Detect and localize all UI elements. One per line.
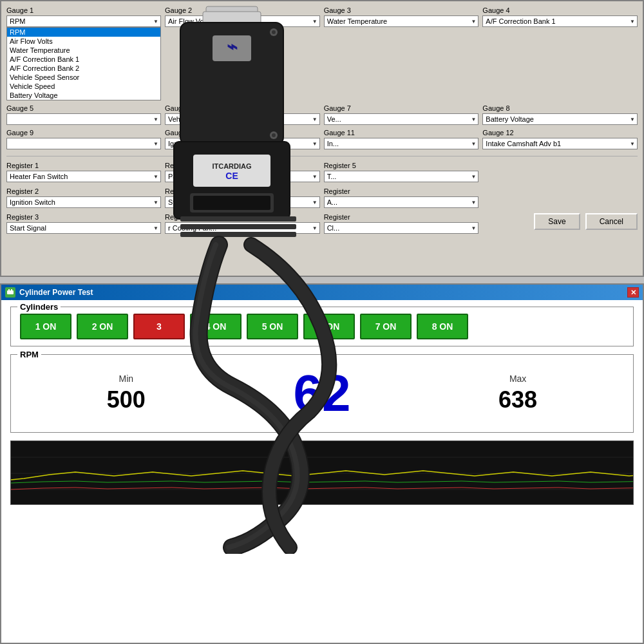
gauge5-select[interactable]: [6, 113, 161, 125]
gauge3-select[interactable]: Water Temperature: [324, 15, 479, 27]
cylinder-2-button[interactable]: 2 ON: [77, 314, 128, 339]
svg-rect-2: [11, 289, 12, 291]
dropdown-item-rpm[interactable]: RPM: [7, 28, 160, 37]
cylinder-5-button[interactable]: 5 ON: [247, 314, 298, 339]
gauge1-input[interactable]: [6, 15, 161, 27]
gauge11-select[interactable]: In...: [324, 138, 479, 149]
gauge4-select[interactable]: A/F Correction Bank 1: [482, 15, 638, 27]
register5-select-wrapper[interactable]: T...: [324, 171, 479, 182]
register4-group: Register 4 Park/Neutral Switch: [165, 162, 320, 182]
gauge12-select-wrapper[interactable]: Intake Camshaft Adv b1: [482, 138, 638, 149]
dropdown-item-batt[interactable]: Battery Voltage: [7, 91, 160, 100]
gauge7-select[interactable]: Ve...: [324, 113, 479, 125]
gauge10-label: Gauge 10: [165, 129, 320, 137]
cylinder-8-button[interactable]: 8 ON: [417, 314, 468, 339]
gauge8-select-wrapper[interactable]: Battery Voltage: [482, 113, 638, 125]
rpm-chart: [10, 440, 634, 505]
gauge9-group: Gauge 9: [6, 129, 161, 149]
gauge11-group: Gauge 11 In...: [324, 129, 479, 149]
gauge1-select-wrapper[interactable]: [6, 15, 161, 27]
gauge7-label: Gauge 7: [324, 104, 479, 112]
cylinder-buttons-row: 1 ON 2 ON 3 4 ON 5 ON 6 ON 7 ON 8 ON: [20, 314, 624, 339]
gauge10-select[interactable]: Ignition Timing: [165, 138, 320, 149]
register-cl-select-wrapper[interactable]: Cl...: [324, 222, 479, 234]
gauge6-group: Gauge 6 Vehicle Speed Sensor: [165, 104, 320, 125]
gauge10-select-wrapper[interactable]: Ignition Timing: [165, 138, 320, 149]
register-cl-select[interactable]: Cl...: [324, 222, 479, 234]
rpm-box: RPM Min 500 62 Max 638: [10, 354, 634, 433]
register6-group: Register 6 r Cooling Fan...: [165, 213, 320, 234]
gauge9-select-wrapper[interactable]: [6, 138, 161, 149]
gauge12-select[interactable]: Intake Camshaft Adv b1: [482, 138, 638, 149]
cylinder-3-button[interactable]: 3: [133, 314, 185, 339]
gauge-config-dialog: Gauge 1 RPM Air Flow Volts Water Tempera…: [0, 0, 644, 277]
rpm-max-stat: Max 638: [498, 374, 537, 413]
rpm-content: Min 500 62 Max 638: [20, 361, 624, 426]
dropdown-item-af1[interactable]: A/F Correction Bank 1: [7, 55, 160, 64]
rpm-min-value: 500: [107, 386, 146, 413]
gauge1-dropdown[interactable]: RPM Air Flow Volts Water Temperature A/F…: [6, 27, 161, 100]
dropdown-item-vs[interactable]: Vehicle Speed: [7, 82, 160, 91]
gauge5-select-wrapper[interactable]: [6, 113, 161, 125]
gauge1-label: Gauge 1: [6, 6, 161, 14]
register-steer-select[interactable]: Steerin...: [165, 196, 320, 208]
register1-group: Register 1 Heater Fan Switch: [6, 162, 161, 182]
register6-label: Register 6: [165, 213, 320, 221]
dropdown-item-vss[interactable]: Vehicle Speed Sensor: [7, 73, 160, 82]
gauge9-select[interactable]: [6, 138, 161, 149]
register6-select[interactable]: r Cooling Fan...: [165, 222, 320, 234]
register5-select[interactable]: T...: [324, 171, 479, 182]
gauge4-label: Gauge 4: [482, 6, 638, 14]
cylinder-4-button[interactable]: 4 ON: [190, 314, 242, 339]
gauge6-select-wrapper[interactable]: Vehicle Speed Sensor: [165, 113, 320, 125]
gauge4-group: Gauge 4 A/F Correction Bank 1: [482, 6, 638, 27]
save-button[interactable]: Save: [534, 213, 580, 230]
register1-label: Register 1: [6, 162, 161, 169]
register-a-select[interactable]: A...: [324, 196, 479, 208]
register2-select-wrapper[interactable]: Ignition Switch: [6, 196, 161, 208]
register1-select[interactable]: Heater Fan Switch: [6, 171, 161, 182]
cylinders-label: Cylinders: [17, 302, 61, 312]
register-a-select-wrapper[interactable]: A...: [324, 196, 479, 208]
rpm-current-value: 62: [293, 368, 350, 419]
register2-select[interactable]: Ignition Switch: [6, 196, 161, 208]
svg-rect-1: [8, 289, 10, 291]
gauge5-group: Gauge 5: [6, 104, 161, 125]
close-button[interactable]: ✕: [627, 287, 639, 298]
register4-select-wrapper[interactable]: Park/Neutral Switch: [165, 171, 320, 182]
dropdown-item-airflow[interactable]: Air Flow Volts: [7, 37, 160, 46]
gauge7-select-wrapper[interactable]: Ve...: [324, 113, 479, 125]
gauge7-group: Gauge 7 Ve...: [324, 104, 479, 125]
register3-group: Register 3 Start Signal: [6, 213, 161, 234]
rpm-max-label: Max: [498, 374, 537, 384]
register-a-label: Register: [324, 187, 479, 195]
gauge3-select-wrapper[interactable]: Water Temperature: [324, 15, 479, 27]
register5-label: Register 5: [324, 162, 479, 169]
register1-select-wrapper[interactable]: Heater Fan Switch: [6, 171, 161, 182]
cancel-button[interactable]: Cancel: [585, 213, 638, 230]
register-steer-select-wrapper[interactable]: Steerin...: [165, 196, 320, 208]
register3-label: Register 3: [6, 213, 161, 221]
gauge11-select-wrapper[interactable]: In...: [324, 138, 479, 149]
gauge2-select[interactable]: Air Flow Volts: [165, 15, 320, 27]
cylinder-6-button[interactable]: 6 ON: [303, 314, 355, 339]
cylinder-dialog-titlebar: Cylinder Power Test ✕: [1, 285, 643, 300]
register3-select-wrapper[interactable]: Start Signal: [6, 222, 161, 234]
dropdown-item-water[interactable]: Water Temperature: [7, 46, 160, 55]
cylinder-power-test-dialog: Cylinder Power Test ✕ Cylinders 1 ON 2 O…: [0, 283, 644, 644]
register4-select[interactable]: Park/Neutral Switch: [165, 171, 320, 182]
gauge-row-5-8: Gauge 5 Gauge 6 Vehicle Speed Sensor Gau…: [6, 104, 638, 125]
register4-label: Register 4: [165, 162, 320, 169]
gauge4-select-wrapper[interactable]: A/F Correction Bank 1: [482, 15, 638, 27]
register2-label: Register 2: [6, 187, 161, 195]
gauge2-select-wrapper[interactable]: Air Flow Volts: [165, 15, 320, 27]
cylinder-7-button[interactable]: 7 ON: [360, 314, 412, 339]
gauge8-select[interactable]: Battery Voltage: [482, 113, 638, 125]
cylinder-1-button[interactable]: 1 ON: [20, 314, 71, 339]
dropdown-item-af2[interactable]: A/F Correction Bank 2: [7, 64, 160, 73]
gauge6-select[interactable]: Vehicle Speed Sensor: [165, 113, 320, 125]
register6-select-wrapper[interactable]: r Cooling Fan...: [165, 222, 320, 234]
gauge-row-9-12: Gauge 9 Gauge 10 Ignition Timing Gauge 1…: [6, 129, 638, 149]
register3-select[interactable]: Start Signal: [6, 222, 161, 234]
register-a-group: Register A...: [324, 187, 479, 208]
